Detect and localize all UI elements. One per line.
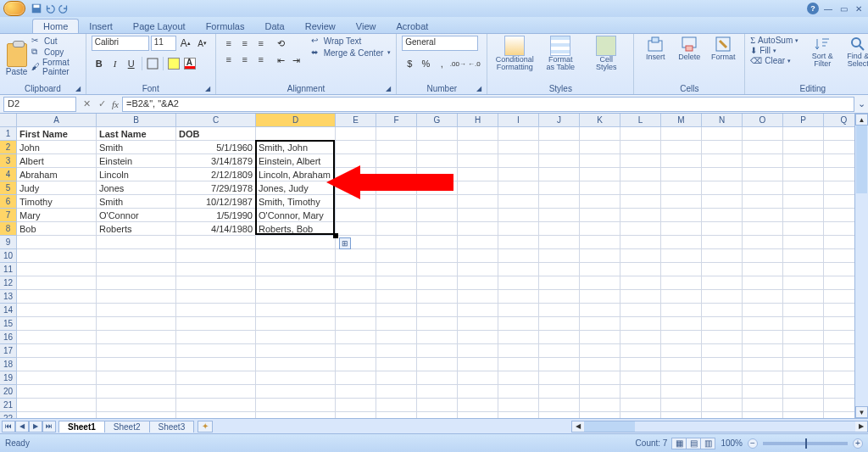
font-color-button[interactable] xyxy=(182,56,198,71)
cell-D16[interactable] xyxy=(256,331,336,344)
cell-L1[interactable] xyxy=(620,127,661,141)
cell-I14[interactable] xyxy=(498,304,539,317)
cell-A12[interactable] xyxy=(17,276,97,290)
cell-L20[interactable] xyxy=(620,385,661,399)
cell-K9[interactable] xyxy=(580,236,620,249)
cell-A8[interactable]: Bob xyxy=(17,222,97,236)
cell-J14[interactable] xyxy=(539,304,580,317)
cell-O18[interactable] xyxy=(743,358,783,371)
column-header-N[interactable]: N xyxy=(702,114,743,127)
cell-J2[interactable] xyxy=(539,141,580,154)
cell-A18[interactable] xyxy=(17,358,97,371)
cell-P2[interactable] xyxy=(783,141,824,154)
cell-B2[interactable]: Smith xyxy=(97,141,176,154)
cell-N7[interactable] xyxy=(702,209,743,222)
find-select-button[interactable]: Find & Select xyxy=(841,36,868,83)
cell-P5[interactable] xyxy=(783,181,824,195)
cell-M10[interactable] xyxy=(661,249,702,263)
cell-L2[interactable] xyxy=(620,141,661,154)
cell-P9[interactable] xyxy=(783,236,824,249)
clipboard-dialog-launcher[interactable]: ◢ xyxy=(75,85,84,93)
cell-K13[interactable] xyxy=(580,290,620,304)
align-bottom-button[interactable]: ≡ xyxy=(253,36,269,51)
cell-G20[interactable] xyxy=(417,385,458,399)
cell-H14[interactable] xyxy=(458,304,498,317)
cell-B11[interactable] xyxy=(97,263,176,276)
tab-nav-first[interactable]: ⏮ xyxy=(2,421,15,432)
cell-O14[interactable] xyxy=(743,304,783,317)
decrease-decimal-button[interactable]: ←.0 xyxy=(466,56,481,71)
delete-cell-button[interactable]: Delete xyxy=(673,36,705,83)
cell-H9[interactable] xyxy=(458,236,498,249)
tab-insert[interactable]: Insert xyxy=(79,20,123,33)
cell-J9[interactable] xyxy=(539,236,580,249)
cell-K5[interactable] xyxy=(580,181,620,195)
cell-G18[interactable] xyxy=(417,358,458,371)
number-dialog-launcher[interactable]: ◢ xyxy=(476,85,485,93)
cell-A6[interactable]: Timothy xyxy=(17,195,97,209)
cell-D8[interactable]: Roberts, Bob xyxy=(256,222,336,236)
cell-A21[interactable] xyxy=(17,399,97,412)
cell-N13[interactable] xyxy=(702,290,743,304)
accounting-format-button[interactable]: $ xyxy=(402,56,417,71)
cell-K18[interactable] xyxy=(580,358,620,371)
cell-B5[interactable]: Jones xyxy=(97,181,176,195)
cell-N2[interactable] xyxy=(702,141,743,154)
cell-K16[interactable] xyxy=(580,331,620,344)
format-painter-button[interactable]: 🖌Format Painter xyxy=(31,58,81,76)
row-header-16[interactable]: 16 xyxy=(0,331,17,344)
cell-I20[interactable] xyxy=(498,385,539,399)
cell-K4[interactable] xyxy=(580,168,620,181)
cell-H19[interactable] xyxy=(458,371,498,385)
cell-B16[interactable] xyxy=(97,331,176,344)
cell-D4[interactable]: Lincoln, Abraham xyxy=(256,168,336,181)
cell-N21[interactable] xyxy=(702,399,743,412)
cell-B7[interactable]: O'Connor xyxy=(97,209,176,222)
cell-M15[interactable] xyxy=(661,317,702,331)
cell-grid[interactable]: First NameLast NameDOBJohnSmith5/1/1960S… xyxy=(17,127,868,433)
cell-C11[interactable] xyxy=(176,263,256,276)
select-all-corner[interactable] xyxy=(0,114,17,127)
cell-J4[interactable] xyxy=(539,168,580,181)
align-top-button[interactable]: ≡ xyxy=(221,36,236,51)
cell-P17[interactable] xyxy=(783,344,824,358)
cell-G14[interactable] xyxy=(417,304,458,317)
cell-O20[interactable] xyxy=(743,385,783,399)
cell-G6[interactable] xyxy=(417,195,458,209)
cell-G21[interactable] xyxy=(417,399,458,412)
cell-H8[interactable] xyxy=(458,222,498,236)
scroll-thumb-v[interactable] xyxy=(856,126,867,193)
cancel-formula-icon[interactable]: ✕ xyxy=(80,98,93,109)
cell-F14[interactable] xyxy=(376,304,417,317)
cell-H17[interactable] xyxy=(458,344,498,358)
cell-K1[interactable] xyxy=(580,127,620,141)
cell-B18[interactable] xyxy=(97,358,176,371)
cell-E15[interactable] xyxy=(336,317,376,331)
column-header-G[interactable]: G xyxy=(417,114,458,127)
cell-O6[interactable] xyxy=(743,195,783,209)
cell-N1[interactable] xyxy=(702,127,743,141)
cell-L12[interactable] xyxy=(620,276,661,290)
cell-H3[interactable] xyxy=(458,154,498,168)
sheet-tab-sheet3[interactable]: Sheet3 xyxy=(149,421,195,432)
cell-I11[interactable] xyxy=(498,263,539,276)
tab-nav-prev[interactable]: ◀ xyxy=(15,421,29,432)
scroll-left-button[interactable]: ◀ xyxy=(572,421,584,432)
row-header-1[interactable]: 1 xyxy=(0,127,17,141)
cell-I10[interactable] xyxy=(498,249,539,263)
cell-F16[interactable] xyxy=(376,331,417,344)
cell-P7[interactable] xyxy=(783,209,824,222)
orientation-button[interactable]: ⟲ xyxy=(274,36,289,51)
cell-M13[interactable] xyxy=(661,290,702,304)
cell-K15[interactable] xyxy=(580,317,620,331)
cell-D19[interactable] xyxy=(256,371,336,385)
cell-O7[interactable] xyxy=(743,209,783,222)
cell-N4[interactable] xyxy=(702,168,743,181)
cell-I3[interactable] xyxy=(498,154,539,168)
cell-F17[interactable] xyxy=(376,344,417,358)
cell-K2[interactable] xyxy=(580,141,620,154)
cell-M18[interactable] xyxy=(661,358,702,371)
name-box[interactable]: D2 xyxy=(3,97,76,112)
column-header-D[interactable]: D xyxy=(256,114,336,127)
fill-handle[interactable] xyxy=(333,233,338,238)
